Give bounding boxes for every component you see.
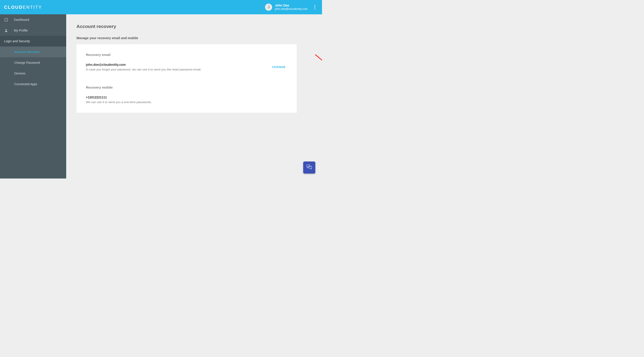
sidebar-item-dashboard[interactable]: Dashboard (0, 14, 66, 25)
svg-line-3 (315, 54, 322, 78)
annotation-arrow (314, 53, 322, 82)
svg-rect-0 (5, 18, 8, 21)
sidebar: Dashboard My Profile Login and Security … (0, 14, 66, 178)
sidebar-item-label: Connected Apps (14, 82, 37, 86)
recovery-mobile-value: +12012221111 (86, 96, 152, 99)
chat-icon (306, 164, 312, 171)
recovery-mobile-label: Recovery mobile (86, 86, 287, 89)
chat-button[interactable] (303, 162, 315, 174)
dashboard-icon (4, 18, 8, 22)
page-title: Account recovery (76, 24, 312, 29)
sidebar-item-label: Devices (14, 72, 26, 75)
brand-bold: CLOUD (4, 5, 23, 10)
app-header: CLOUDENTITY J John Doe john.doe@cloudent… (0, 0, 322, 14)
sidebar-item-account-recovery[interactable]: Account Recovery (0, 46, 66, 57)
avatar: J (265, 4, 272, 11)
sidebar-item-label: Change Password (14, 61, 40, 64)
change-recovery-email-button[interactable]: CHANGE (270, 64, 287, 70)
sidebar-item-my-profile[interactable]: My Profile (0, 25, 66, 36)
user-email: john.doe@cloudentity.com (275, 8, 308, 11)
page-subtitle: Manage your recovery email and mobile (76, 36, 312, 40)
sidebar-item-label: My Profile (14, 29, 28, 32)
kebab-menu-icon[interactable] (313, 4, 317, 11)
user-text: John Doe john.doe@cloudentity.com (275, 4, 308, 11)
recovery-email-row: john.doe@cloudentity.com In case you for… (86, 63, 287, 71)
sidebar-item-devices[interactable]: Devices (0, 68, 66, 79)
main-content: Account recovery Manage your recovery em… (66, 14, 322, 178)
sidebar-item-label: Dashboard (14, 18, 29, 22)
sidebar-section-login-security[interactable]: Login and Security (0, 36, 66, 46)
recovery-mobile-desc: We can use it to send you a one-time pas… (86, 100, 152, 104)
brand-rest: ENTITY (23, 5, 42, 10)
recovery-mobile-row: +12012221111 We can use it to send you a… (86, 96, 287, 104)
recovery-email-value: john.doe@cloudentity.com (86, 63, 201, 66)
recovery-email-desc: In case you forgot your password, we can… (86, 68, 201, 71)
person-icon (4, 29, 8, 32)
recovery-email-label: Recovery email (86, 53, 287, 56)
user-menu[interactable]: J John Doe john.doe@cloudentity.com (265, 4, 308, 11)
sidebar-item-label: Account Recovery (14, 50, 40, 54)
sidebar-item-connected-apps[interactable]: Connected Apps (0, 79, 66, 90)
user-name: John Doe (275, 4, 308, 8)
sidebar-item-change-password[interactable]: Change Password (0, 57, 66, 68)
brand-logo: CLOUDENTITY (4, 5, 42, 10)
recovery-card: Recovery email john.doe@cloudentity.com … (76, 44, 297, 113)
svg-point-1 (5, 29, 7, 30)
